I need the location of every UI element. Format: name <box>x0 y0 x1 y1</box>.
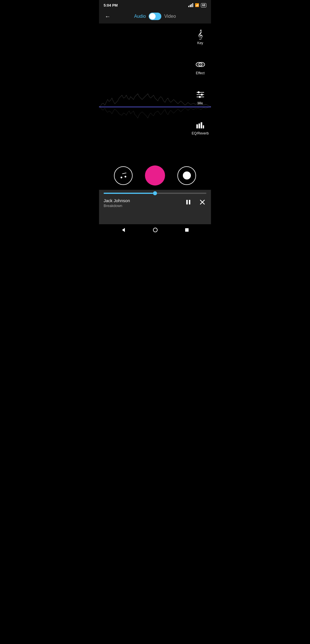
status-bar: 5:04 PM 📶 68 <box>99 0 211 9</box>
effect-icon <box>195 59 206 70</box>
mix-label: Mix <box>197 101 203 105</box>
toggle-knob <box>149 13 156 19</box>
eq-reverb-icon <box>195 120 205 130</box>
svg-point-10 <box>199 96 201 98</box>
audio-video-toggle: Audio Video <box>134 13 176 20</box>
back-button[interactable]: ← <box>104 12 112 21</box>
video-label: Video <box>164 14 176 19</box>
pause-button[interactable] <box>184 198 193 208</box>
system-nav-bar <box>99 224 211 233</box>
close-icon <box>199 199 205 205</box>
right-panel: 𝄞 Key Effect <box>189 24 211 190</box>
player-song: Jack Johnson Breakdown <box>104 198 130 208</box>
svg-point-6 <box>197 91 199 93</box>
music-note-icon <box>119 171 127 179</box>
progress-fill <box>104 193 153 194</box>
status-icons: 📶 68 <box>188 3 206 7</box>
nav-back-button[interactable] <box>121 227 126 233</box>
svg-rect-13 <box>201 122 202 128</box>
svg-rect-17 <box>186 200 188 204</box>
close-button[interactable] <box>198 198 206 208</box>
song-subtitle: Breakdown <box>104 204 130 208</box>
progress-thumb <box>153 191 157 195</box>
key-icon: 𝄞 <box>195 29 206 40</box>
svg-rect-23 <box>185 228 189 232</box>
svg-rect-15 <box>197 124 198 125</box>
pause-icon <box>185 199 191 205</box>
wifi-icon: 📶 <box>195 3 199 7</box>
effect-button[interactable]: Effect <box>195 59 206 75</box>
audio-label: Audio <box>134 14 146 19</box>
nav-recent-button[interactable] <box>185 228 189 232</box>
main-content: 𝄞 Key Effect <box>99 24 211 190</box>
player-bar: Jack Johnson Breakdown <box>99 190 211 224</box>
header: ← Audio Video <box>99 9 211 24</box>
nav-home-button[interactable] <box>153 227 158 233</box>
eq-reverb-label: EQ/Reverb <box>192 131 209 135</box>
mix-button[interactable]: Mix <box>195 89 206 105</box>
player-info: Jack Johnson Breakdown <box>104 198 206 208</box>
record-button[interactable] <box>145 165 165 186</box>
svg-point-8 <box>201 94 203 96</box>
song-title: Jack Johnson <box>104 198 130 203</box>
svg-marker-21 <box>122 228 125 232</box>
key-button[interactable]: 𝄞 Key <box>195 29 206 45</box>
music-library-button[interactable] <box>114 166 133 185</box>
key-label: Key <box>197 41 203 45</box>
effect-label: Effect <box>196 71 204 75</box>
svg-point-22 <box>153 228 157 232</box>
nav-home-icon <box>153 227 158 233</box>
svg-rect-14 <box>203 125 204 128</box>
nav-recent-icon <box>185 228 189 232</box>
svg-rect-11 <box>197 125 198 128</box>
svg-rect-18 <box>189 200 190 204</box>
svg-rect-12 <box>199 124 200 128</box>
progress-track[interactable] <box>104 193 206 194</box>
battery-icon: 68 <box>201 3 206 7</box>
player-controls <box>184 198 206 208</box>
mix-icon <box>195 89 206 100</box>
eq-reverb-button[interactable]: EQ/Reverb <box>192 120 209 135</box>
nav-back-icon <box>121 227 126 233</box>
status-time: 5:04 PM <box>104 3 118 7</box>
svg-text:𝄞: 𝄞 <box>197 30 203 40</box>
toggle-switch[interactable] <box>149 13 161 20</box>
signal-icon <box>188 3 193 7</box>
